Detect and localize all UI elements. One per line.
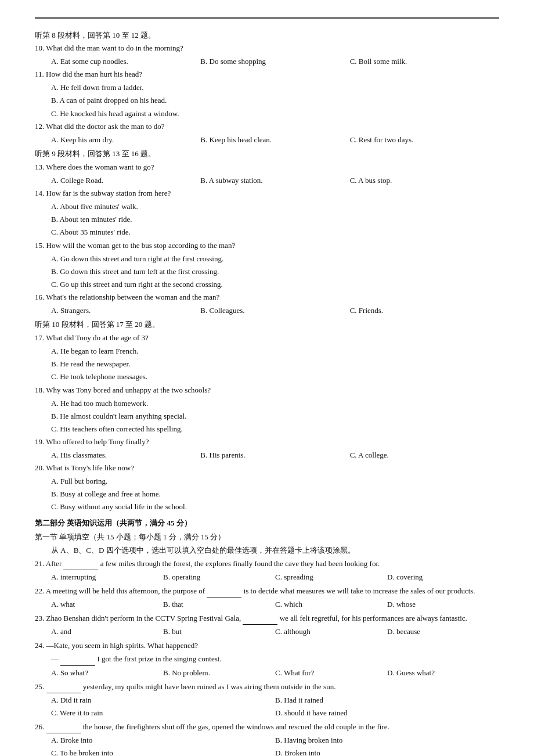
q16-optB: B. Colleagues.: [200, 304, 349, 317]
q24-optD: D. Guess what?: [387, 667, 499, 679]
q14-text: 14. How far is the subway station from h…: [35, 187, 499, 200]
q12-optC: C. Rest for two days.: [350, 134, 499, 146]
q12-options: A. Keep his arm dry. B. Keep his head cl…: [35, 134, 499, 146]
q15-text: 15. How will the woman get to the bus st…: [35, 239, 499, 252]
q13-text: 13. Where does the woman want to go?: [35, 161, 499, 174]
q24-optB: B. No problem.: [163, 667, 275, 679]
q20-text: 20. What is Tony's life like now?: [35, 462, 499, 474]
q23-text: 23. Zhao Benshan didn't perform in the C…: [35, 612, 499, 625]
q24-block: 24. —Kate, you seem in high spirits. Wha…: [35, 639, 499, 679]
q23-blank: [243, 624, 277, 625]
q22-optA: A. what: [51, 598, 163, 611]
section9-header: 听第 9 段材料，回答第 13 至 16 题。: [35, 147, 499, 160]
q11-optB: B. A can of paint dropped on his head.: [35, 94, 499, 107]
q12-optA: A. Keep his arm dry.: [51, 134, 200, 146]
q12-optB: B. Keep his head clean.: [200, 134, 349, 146]
section8-header: 听第 8 段材料，回答第 10 至 12 题。: [35, 31, 156, 39]
q26-optC: C. To be broken into: [51, 747, 275, 756]
q16-text: 16. What's the relationship between the …: [35, 291, 499, 304]
q26-text: 26. the house, the firefighters shut off…: [35, 721, 499, 733]
q19-options: A. His classmates. B. His parents. C. A …: [35, 449, 499, 462]
q22-optD: D. whose: [387, 598, 499, 611]
q25-options: A. Did it rain B. Had it rained: [35, 694, 499, 707]
q10-optB: B. Do some shopping: [200, 55, 349, 68]
q25-optB: B. Had it rained: [275, 694, 499, 707]
q22-optB: B. that: [163, 598, 275, 611]
q24-options: A. So what? B. No problem. C. What for? …: [35, 667, 499, 679]
q10-optC: C. Boil some milk.: [350, 55, 499, 68]
q16-optA: A. Strangers.: [51, 304, 200, 317]
q18-optB: B. He almost couldn't learn anything spe…: [35, 410, 499, 423]
q21-text: 21. After a few miles through the forest…: [35, 557, 499, 570]
q13-options: A. College Road. B. A subway station. C.…: [35, 174, 499, 187]
section-8: 听第 8 段材料，回答第 10 至 12 题。 10. What did the…: [35, 29, 499, 146]
q20-optB: B. Busy at college and free at home.: [35, 488, 499, 501]
q20-optC: C. Busy without any social life in the s…: [35, 501, 499, 513]
q19-optB: B. His parents.: [200, 449, 349, 462]
q24-text1: 24. —Kate, you seem in high spirits. Wha…: [35, 639, 499, 652]
q15-optA: A. Go down this street and turn right at…: [35, 253, 499, 265]
section1-instruction: 从 A、B、C、D 四个选项中，选出可以填入空白处的最佳选项，并在答题卡上将该项…: [35, 544, 499, 557]
q23-optA: A. and: [51, 625, 163, 638]
q15-optB: B. Go down this street and turn left at …: [35, 265, 499, 278]
q26-block: 26. the house, the firefighters shut off…: [35, 721, 499, 756]
q26-options: A. Broke into B. Having broken into: [35, 734, 499, 747]
q26-options2: C. To be broken into D. Broken into: [35, 747, 499, 756]
q26-blank: [46, 733, 81, 733]
q25-blank: [46, 693, 81, 693]
q10-text: 10. What did the man want to do in the m…: [35, 42, 499, 55]
q17-optC: C. He took telephone messages.: [35, 370, 499, 383]
q25-options2: C. Were it to rain D. should it have rai…: [35, 707, 499, 719]
q17-optA: A. He began to learn French.: [35, 345, 499, 358]
q25-text: 25. yesterday, my quilts might have been…: [35, 681, 499, 693]
q11-optA: A. He fell down from a ladder.: [35, 81, 499, 94]
q26-optB: B. Having broken into: [275, 734, 499, 747]
q19-text: 19. Who offered to help Tony finally?: [35, 435, 499, 448]
q23-optC: C. although: [275, 625, 387, 638]
q10-options: A. Eat some cup noodles. B. Do some shop…: [35, 55, 499, 68]
q22-block: 22. A meeting will be held this afternoo…: [35, 585, 499, 611]
q21-optD: D. covering: [387, 571, 499, 584]
q24-blank: [60, 665, 95, 666]
q25-optD: D. should it have rained: [275, 707, 499, 719]
q23-optB: B. but: [163, 625, 275, 638]
q18-text: 18. Why was Tony bored and unhappy at th…: [35, 384, 499, 397]
q24-optA: A. So what?: [51, 667, 163, 679]
q21-options: A. interrupting B. operating C. spreadin…: [35, 571, 499, 584]
q13-optC: C. A bus stop.: [350, 174, 499, 187]
q22-optC: C. which: [275, 598, 387, 611]
section-10: 听第 10 段材料，回答第 17 至 20 题。 17. What did To…: [35, 318, 499, 513]
q26-optD: D. Broken into: [275, 747, 499, 756]
q18-optC: C. His teachers often corrected his spel…: [35, 423, 499, 435]
q21-block: 21. After a few miles through the forest…: [35, 557, 499, 584]
page-container: 听第 8 段材料，回答第 10 至 12 题。 10. What did the…: [0, 0, 534, 756]
q17-optB: B. He read the newspaper.: [35, 358, 499, 370]
q22-blank: [207, 597, 241, 597]
q14-optC: C. About 35 minutes' ride.: [35, 226, 499, 239]
q19-optA: A. His classmates.: [51, 449, 200, 462]
top-line: [35, 17, 499, 19]
q26-optA: A. Broke into: [51, 734, 275, 747]
q23-options: A. and B. but C. although D. because: [35, 625, 499, 638]
section1-header: 第一节 单项填空（共 15 小题；每小题 1 分，满分 15 分）: [35, 531, 499, 543]
q21-optA: A. interrupting: [51, 571, 163, 584]
section-9: 听第 9 段材料，回答第 13 至 16 题。 13. Where does t…: [35, 147, 499, 317]
q18-optA: A. He had too much homework.: [35, 397, 499, 410]
q25-block: 25. yesterday, my quilts might have been…: [35, 681, 499, 719]
q21-blank: [63, 570, 98, 570]
q14-optB: B. About ten minutes' ride.: [35, 213, 499, 226]
q20-optA: A. Full but boring.: [35, 475, 499, 488]
q25-optC: C. Were it to rain: [51, 707, 275, 719]
q23-optD: D. because: [387, 625, 499, 638]
q12-text: 12. What did the doctor ask the man to d…: [35, 120, 499, 133]
q25-optA: A. Did it rain: [51, 694, 275, 707]
q17-text: 17. What did Tony do at the age of 3?: [35, 332, 499, 344]
q21-optC: C. spreading: [275, 571, 387, 584]
q11-optC: C. He knocked his head against a window.: [35, 107, 499, 120]
part2-header: 第二部分 英语知识运用（共两节，满分 45 分）: [35, 517, 499, 530]
q16-optC: C. Friends.: [350, 304, 499, 317]
q11-text: 11. How did the man hurt his head?: [35, 68, 499, 81]
q14-optA: A. About five minutes' walk.: [35, 200, 499, 213]
q24-optC: C. What for?: [275, 667, 387, 679]
section10-header: 听第 10 段材料，回答第 17 至 20 题。: [35, 318, 499, 331]
